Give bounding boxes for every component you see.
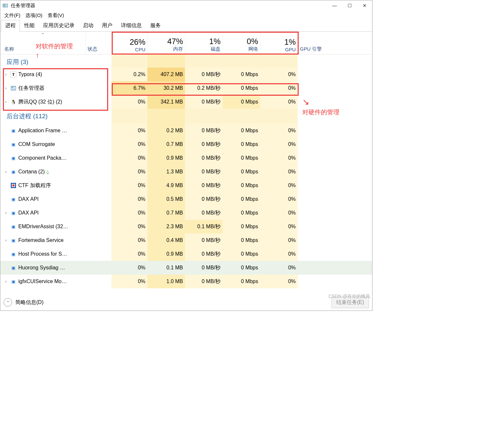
process-name-cell: ▣ DAX API — [0, 192, 85, 206]
process-name: igfxCUIService Mo… — [18, 279, 67, 284]
cpu-cell: 0% — [111, 275, 147, 288]
header-name[interactable]: ⌃ 名称 — [0, 32, 85, 54]
header-disk[interactable]: 1% 磁盘 — [185, 32, 223, 54]
mem-cell: 1.3 MB — [147, 165, 185, 179]
svg-rect-2 — [4, 6, 6, 6]
fewer-details-button[interactable]: ⌃ 简略信息(D) — [4, 298, 43, 307]
process-name: Huorong Sysdiag … — [18, 265, 65, 271]
menu-options[interactable]: 选项(O) — [23, 12, 45, 19]
mem-cell: 1.0 MB — [147, 275, 185, 288]
expand-chevron-icon[interactable]: › — [3, 279, 9, 284]
group-header-bg[interactable]: 后台进程 (112) — [0, 109, 372, 124]
svg-rect-7 — [12, 184, 14, 186]
grid-body[interactable]: 应用 (3) › T Typora (4) 0.2% 407.2 MB 0 MB… — [0, 55, 372, 288]
net-percent: 0% — [225, 37, 258, 46]
gpu-engine-cell — [298, 81, 372, 95]
mem-cell: 0.9 MB — [147, 151, 185, 165]
process-row[interactable]: › ▣ Fortemedia Service 0% 0.4 MB 0 MB/秒 … — [0, 233, 372, 247]
process-grid: ⌃ 名称 状态 26% CPU 47% 内存 1% 磁盘 0% 网络 — [0, 32, 372, 288]
net-cell: 0 Mbps — [223, 165, 260, 179]
cpu-cell: 0% — [111, 206, 147, 220]
end-task-button[interactable]: 结束任务(E) — [331, 297, 369, 308]
process-row[interactable]: ▣ Component Packa… 0% 0.9 MB 0 MB/秒 0 Mb… — [0, 151, 372, 165]
tab-performance[interactable]: 性能 — [20, 20, 39, 31]
menu-view[interactable]: 查看(V) — [45, 12, 67, 19]
status-cell — [85, 220, 111, 233]
status-cell — [85, 151, 111, 165]
process-name: 腾讯QQ (32 位) (2) — [18, 99, 62, 105]
horizontal-scrollbar[interactable] — [0, 288, 372, 294]
process-row[interactable]: ▣ Host Process for S… 0% 0.9 MB 0 MB/秒 0… — [0, 247, 372, 261]
header-gpu-engine[interactable]: GPU 引擎 — [298, 32, 372, 54]
column-headers: ⌃ 名称 状态 26% CPU 47% 内存 1% 磁盘 0% 网络 — [0, 32, 372, 55]
process-row[interactable]: ▣ Huorong Sysdiag … 0% 0.1 MB 0 MB/秒 0 M… — [0, 261, 372, 275]
tab-bar: 进程 性能 应用历史记录 启动 用户 详细信息 服务 — [0, 20, 372, 32]
header-status[interactable]: 状态 — [85, 32, 111, 54]
cpu-cell: 0% — [111, 233, 147, 247]
mem-cell: 407.2 MB — [147, 68, 185, 81]
expand-chevron-icon[interactable]: › — [3, 211, 9, 215]
mem-cell: 0.9 MB — [147, 247, 185, 261]
process-row[interactable]: › 🐧 腾讯QQ (32 位) (2) 0% 342.1 MB 0 MB/秒 0… — [0, 95, 372, 109]
process-row[interactable]: › T Typora (4) 0.2% 407.2 MB 0 MB/秒 0 Mb… — [0, 68, 372, 81]
tab-details[interactable]: 详细信息 — [117, 20, 146, 31]
header-gpu[interactable]: 1% GPU — [260, 32, 298, 54]
process-row[interactable]: › ▣ Cortana (2)⍙ 0% 1.3 MB 0 MB/秒 0 Mbps… — [0, 165, 372, 179]
process-row[interactable]: › ▣ DAX API 0% 0.7 MB 0 MB/秒 0 Mbps 0% — [0, 206, 372, 220]
tab-users[interactable]: 用户 — [98, 20, 117, 31]
process-name-cell: › ▣ DAX API — [0, 206, 85, 220]
cpu-cell: 0% — [111, 124, 147, 137]
process-name: Application Frame … — [18, 128, 67, 134]
disk-cell: 0 MB/秒 — [185, 95, 223, 109]
close-button[interactable]: ✕ — [357, 0, 372, 11]
tab-services[interactable]: 服务 — [146, 20, 165, 31]
expand-chevron-icon[interactable]: › — [3, 238, 9, 243]
gpu-cell: 0% — [260, 165, 298, 179]
gpu-cell: 0% — [260, 192, 298, 206]
mem-cell: 0.4 MB — [147, 233, 185, 247]
tab-startup[interactable]: 启动 — [79, 20, 98, 31]
expand-chevron-icon[interactable]: › — [3, 169, 9, 174]
expand-chevron-icon[interactable]: › — [3, 86, 9, 90]
process-name-cell: ▣ Host Process for S… — [0, 247, 85, 261]
disk-cell: 0 MB/秒 — [185, 261, 223, 275]
tab-processes[interactable]: 进程 — [1, 20, 20, 32]
process-name-cell: › ▣ igfxCUIService Mo… — [0, 275, 85, 288]
status-cell — [85, 95, 111, 109]
cpu-percent: 26% — [114, 38, 145, 47]
gpu-cell: 0% — [260, 261, 298, 275]
disk-cell: 0 MB/秒 — [185, 68, 223, 81]
disk-cell: 0 MB/秒 — [185, 275, 223, 288]
net-cell: 0 Mbps — [223, 275, 260, 288]
gpu-engine-cell — [298, 151, 372, 165]
header-cpu-label: CPU — [114, 47, 145, 52]
process-row[interactable]: › ▣ igfxCUIService Mo… 0% 1.0 MB 0 MB/秒 … — [0, 275, 372, 288]
group-header-apps[interactable]: 应用 (3) — [0, 55, 372, 68]
process-row[interactable]: CTF 加载程序 0% 4.9 MB 0 MB/秒 0 Mbps 0% — [0, 179, 372, 192]
process-name: Fortemedia Service — [18, 237, 64, 243]
net-cell: 0 Mbps — [223, 220, 260, 233]
disk-cell: 0.1 MB/秒 — [185, 220, 223, 233]
expand-chevron-icon[interactable]: › — [3, 72, 9, 77]
process-row[interactable]: › 任务管理器 6.7% 30.2 MB 0.2 MB/秒 0 Mbps 0% — [0, 81, 372, 95]
maximize-button[interactable]: ☐ — [342, 0, 357, 11]
tab-apphistory[interactable]: 应用历史记录 — [39, 20, 79, 31]
header-network[interactable]: 0% 网络 — [223, 32, 260, 54]
cpu-cell: 0% — [111, 165, 147, 179]
process-row[interactable]: ▣ Application Frame … 0% 0.2 MB 0 MB/秒 0… — [0, 124, 372, 137]
gpu-engine-cell — [298, 137, 372, 151]
net-cell: 0 Mbps — [223, 206, 260, 220]
header-memory[interactable]: 47% 内存 — [147, 32, 185, 54]
process-row[interactable]: ▣ DAX API 0% 0.5 MB 0 MB/秒 0 Mbps 0% — [0, 192, 372, 206]
process-row[interactable]: ▣ EMDriverAssist (32… 0% 2.3 MB 0.1 MB/秒… — [0, 220, 372, 233]
expand-chevron-icon[interactable]: › — [3, 100, 9, 104]
status-cell — [85, 247, 111, 261]
net-cell: 0 Mbps — [223, 137, 260, 151]
header-cpu[interactable]: 26% CPU — [111, 32, 147, 54]
gpu-cell: 0% — [260, 233, 298, 247]
process-row[interactable]: ▣ COM Surrogate 0% 0.7 MB 0 MB/秒 0 Mbps … — [0, 137, 372, 151]
gpu-engine-cell — [298, 206, 372, 220]
menu-file[interactable]: 文件(F) — [2, 12, 23, 19]
minimize-button[interactable]: — — [327, 0, 342, 11]
cpu-cell: 0% — [111, 137, 147, 151]
